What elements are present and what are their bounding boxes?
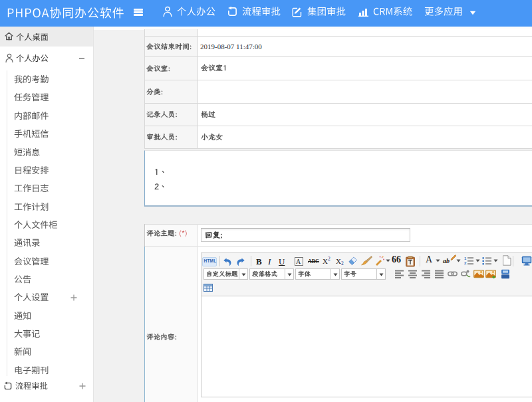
svg-text:2: 2: [464, 261, 467, 265]
svg-text:1: 1: [464, 256, 467, 260]
